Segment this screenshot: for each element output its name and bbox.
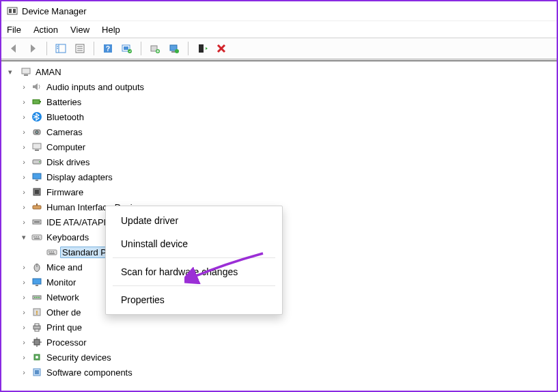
expand-icon[interactable]: › xyxy=(19,338,29,346)
expand-icon[interactable]: › xyxy=(19,353,29,361)
menu-action[interactable]: Action xyxy=(33,25,58,35)
keyboard-icon xyxy=(31,232,42,242)
tree-item-print-que[interactable]: ›Print que xyxy=(5,320,553,335)
help-button[interactable]: ? xyxy=(100,40,116,57)
app-icon xyxy=(7,5,18,16)
tree-item-label: Keyboards xyxy=(45,232,90,242)
expand-icon[interactable]: › xyxy=(19,173,29,181)
svg-rect-23 xyxy=(24,74,28,76)
hid-icon xyxy=(31,201,42,212)
svg-rect-45 xyxy=(38,236,39,238)
tree-item-label: Processor xyxy=(45,337,88,348)
window-title: Device Manager xyxy=(22,6,87,16)
expand-icon[interactable]: › xyxy=(19,278,29,286)
tree-item-disk-drives[interactable]: ›Disk drives xyxy=(5,154,553,169)
expand-icon[interactable]: › xyxy=(19,203,29,211)
svg-text:!: ! xyxy=(36,309,38,316)
tree-item-label: Monitor xyxy=(45,277,77,288)
tree-item-label: Software components xyxy=(45,367,134,378)
enable-device-button[interactable] xyxy=(194,40,210,57)
ctx-scan-hardware[interactable]: Scan for hardware changes xyxy=(106,260,282,283)
expand-icon[interactable]: › xyxy=(19,308,29,316)
ctx-separator xyxy=(113,285,275,286)
ctx-separator xyxy=(113,257,275,258)
expand-icon[interactable]: › xyxy=(19,368,29,376)
svg-rect-41 xyxy=(34,221,40,223)
svg-rect-35 xyxy=(36,180,38,181)
svg-point-71 xyxy=(36,356,38,359)
expand-icon[interactable]: › xyxy=(19,128,29,136)
device-manager-window: Device Manager File Action View Help ? ▾ xyxy=(0,0,558,392)
expand-icon[interactable]: › xyxy=(19,158,29,166)
tree-item-display-adapters[interactable]: ›Display adapters xyxy=(5,169,553,184)
ctx-update-driver[interactable]: Update driver xyxy=(106,209,282,232)
svg-rect-55 xyxy=(36,285,38,286)
tree-item-software-components[interactable]: ›Software components xyxy=(5,365,553,380)
firmware-icon xyxy=(31,186,42,197)
context-menu: Update driver Uninstall device Scan for … xyxy=(105,206,283,315)
ctx-properties[interactable]: Properties xyxy=(106,288,282,311)
show-hide-tree-button[interactable] xyxy=(53,40,69,57)
update-driver-button[interactable] xyxy=(147,40,163,57)
svg-rect-37 xyxy=(35,190,39,194)
toolbar: ? xyxy=(1,38,557,59)
camera-icon xyxy=(31,126,42,137)
tree-item-bluetooth[interactable]: ›Bluetooth xyxy=(5,109,553,124)
expand-icon[interactable]: › xyxy=(19,188,29,196)
expand-icon[interactable]: › xyxy=(19,218,29,226)
svg-point-33 xyxy=(39,161,40,163)
collapse-icon[interactable]: ▾ xyxy=(5,68,15,76)
ctx-uninstall-device[interactable]: Uninstall device xyxy=(106,232,282,255)
display-icon xyxy=(31,171,42,182)
tree-item-batteries[interactable]: ›Batteries xyxy=(5,94,553,109)
menu-file[interactable]: File xyxy=(7,25,21,35)
forward-button[interactable] xyxy=(25,40,41,57)
expand-icon[interactable]: › xyxy=(19,293,29,301)
svg-point-57 xyxy=(34,297,36,298)
tree-item-label: Other de xyxy=(45,307,83,318)
bluetooth-icon xyxy=(31,111,42,122)
titlebar: Device Manager xyxy=(1,1,557,20)
software-icon xyxy=(31,367,42,378)
tree-item-label: Batteries xyxy=(45,97,83,107)
back-button[interactable] xyxy=(5,40,22,57)
tree-item-label: Cameras xyxy=(45,127,84,137)
svg-rect-63 xyxy=(35,324,39,326)
expand-icon[interactable]: › xyxy=(19,323,29,331)
expand-icon[interactable]: › xyxy=(19,143,29,151)
svg-rect-14 xyxy=(124,46,128,50)
svg-rect-34 xyxy=(33,173,41,179)
tree-item-firmware[interactable]: ›Firmware xyxy=(5,184,553,199)
expand-icon[interactable]: › xyxy=(19,83,29,91)
tree-root[interactable]: ▾ AMAN xyxy=(5,64,553,79)
tree-item-label: Mice and xyxy=(45,262,84,272)
svg-rect-2 xyxy=(13,9,16,13)
tree-item-processor[interactable]: ›Processor xyxy=(5,335,553,350)
svg-rect-44 xyxy=(36,236,37,238)
tree-item-label: Display adapters xyxy=(45,172,114,182)
expand-icon[interactable]: › xyxy=(19,263,29,271)
svg-rect-48 xyxy=(48,251,50,253)
disk-icon xyxy=(31,156,42,167)
disable-device-button[interactable] xyxy=(213,40,229,57)
properties-button[interactable] xyxy=(72,40,88,57)
svg-rect-6 xyxy=(57,48,59,49)
expand-icon[interactable]: › xyxy=(19,113,29,121)
svg-rect-39 xyxy=(36,204,38,206)
svg-rect-65 xyxy=(34,339,40,345)
collapse-icon[interactable]: ▾ xyxy=(19,233,29,242)
tree-item-security-devices[interactable]: ›Security devices xyxy=(5,350,553,365)
tree-item-label: Bluetooth xyxy=(45,112,85,122)
svg-rect-38 xyxy=(33,206,41,209)
tree-item-audio-inputs-and-outputs[interactable]: ›Audio inputs and outputs xyxy=(5,79,553,94)
menu-view[interactable]: View xyxy=(70,25,89,35)
svg-rect-22 xyxy=(22,68,30,74)
tree-item-computer[interactable]: ›Computer xyxy=(5,139,553,154)
svg-rect-43 xyxy=(33,236,35,238)
uninstall-device-button[interactable] xyxy=(166,40,182,57)
scan-hardware-button[interactable] xyxy=(119,40,135,57)
menu-help[interactable]: Help xyxy=(102,25,120,35)
tree-item-cameras[interactable]: ›Cameras xyxy=(5,124,553,139)
svg-rect-30 xyxy=(33,143,41,149)
expand-icon[interactable]: › xyxy=(19,98,29,106)
